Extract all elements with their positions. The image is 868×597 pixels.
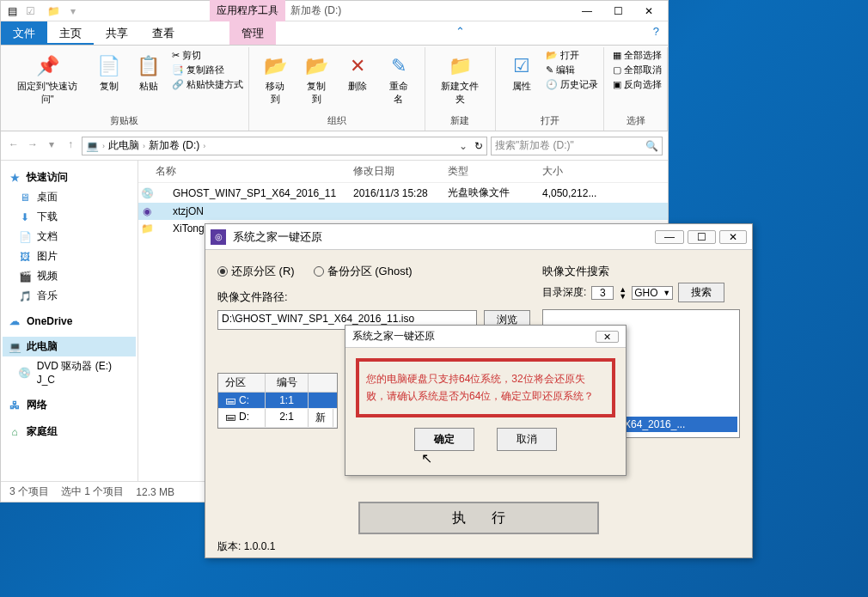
sidebar-dvd[interactable]: 💿DVD 驱动器 (E:) J_C: [3, 356, 136, 388]
paste-button[interactable]: 📋粘贴: [129, 49, 168, 96]
sidebar-this-pc[interactable]: 💻此电脑: [3, 337, 136, 356]
quick-access-toolbar: ▤ ☑ 📁 ▾ 应用程序工具 新加卷 (D:) — ☐ ✕: [1, 1, 668, 21]
breadcrumb-drive[interactable]: 新加卷 (D:): [149, 138, 199, 153]
partition-header-drive: 分区: [218, 374, 266, 392]
sidebar-pictures[interactable]: 🖼图片: [3, 247, 136, 266]
sidebar-videos[interactable]: 🎬视频: [3, 266, 136, 286]
tab-file[interactable]: 文件: [1, 21, 47, 45]
search-box[interactable]: 搜索"新加卷 (D:)" 🔍: [491, 137, 663, 155]
minimize-button[interactable]: —: [572, 3, 602, 19]
status-size: 12.3 MB: [136, 486, 174, 498]
column-header-type[interactable]: 类型: [448, 164, 542, 179]
file-row[interactable]: ◉ xtzjON: [138, 203, 668, 220]
paste-shortcut-button[interactable]: 🔗 粘贴快捷方式: [172, 78, 243, 91]
restore-app-icon: ◎: [211, 229, 226, 245]
move-to-button[interactable]: 📂移动到: [254, 49, 296, 109]
sidebar-documents[interactable]: 📄文档: [3, 227, 136, 247]
sidebar-downloads[interactable]: ⬇下载: [3, 207, 136, 227]
copy-button[interactable]: 📄复制: [89, 49, 128, 96]
confirm-dialog: 系统之家一键还原 ✕ 您的电脑硬盘只支持64位系统，32位将会还原失败，请确认系…: [345, 325, 627, 476]
qat-more-icon[interactable]: ▾: [67, 3, 79, 19]
context-tab-header: 应用程序工具: [210, 0, 285, 21]
radio-restore-partition[interactable]: 还原分区 (R): [217, 264, 295, 279]
select-none-button[interactable]: ▢ 全部取消: [613, 64, 662, 76]
properties-qat-icon[interactable]: ▤: [4, 3, 21, 19]
invert-selection-button[interactable]: ▣ 反向选择: [613, 78, 662, 91]
folder-qat-icon[interactable]: 📁: [44, 3, 64, 19]
address-dropdown-icon[interactable]: ⌄: [455, 140, 471, 152]
restore-title: 系统之家一键还原: [233, 229, 322, 245]
nav-bar: ← → ▾ ↑ 💻 › 此电脑 › 新加卷 (D:) › ⌄ ↻ 搜索"新加卷 …: [1, 131, 668, 161]
maximize-button[interactable]: ☐: [602, 3, 633, 19]
dialog-cancel-button[interactable]: 取消: [497, 428, 557, 451]
delete-button[interactable]: ✕删除: [337, 49, 377, 96]
pin-to-quick-access-button[interactable]: 📌固定到"快速访问": [6, 49, 89, 109]
drive-icon: 🖴: [225, 394, 235, 406]
restore-minimize-button[interactable]: —: [655, 230, 684, 244]
restore-close-button[interactable]: ✕: [719, 230, 747, 244]
ribbon-group-open: 打开: [541, 113, 559, 129]
dialog-ok-button[interactable]: 确定: [414, 428, 474, 451]
partition-table: 分区 编号 🖴C: 1:1 🖴D: 2:1 新: [217, 373, 338, 429]
dialog-message: 您的电脑硬盘只支持64位系统，32位将会还原失败，请确认系统是否为64位，确定立…: [356, 358, 615, 417]
sidebar-quick-access[interactable]: ★快速访问: [3, 168, 136, 187]
window-title: 新加卷 (D:): [290, 3, 341, 18]
partition-row[interactable]: 🖴C: 1:1: [218, 393, 337, 409]
execute-button[interactable]: 执行: [358, 502, 599, 534]
sidebar-desktop[interactable]: 🖥桌面: [3, 187, 136, 207]
ribbon-group-organize: 组织: [327, 113, 346, 129]
depth-spinner[interactable]: 3: [591, 286, 614, 300]
refresh-icon[interactable]: ↻: [474, 140, 483, 152]
copy-to-button[interactable]: 📂复制到: [296, 49, 337, 109]
back-button[interactable]: ←: [6, 138, 21, 154]
ribbon-group-new: 新建: [450, 113, 469, 129]
file-row[interactable]: 💿 GHOST_WIN7_SP1_X64_2016_11 2016/11/3 1…: [138, 183, 668, 203]
app-icon: ◉: [138, 205, 156, 217]
restore-title-bar: ◎ 系统之家一键还原 — ☐ ✕: [205, 224, 752, 250]
column-header-date[interactable]: 修改日期: [353, 164, 448, 179]
partition-row[interactable]: 🖴D: 2:1 新: [218, 409, 337, 428]
sidebar-network[interactable]: 🖧网络: [3, 395, 136, 415]
drive-icon: 🖴: [225, 411, 235, 425]
breadcrumb-this-pc[interactable]: 此电脑: [108, 138, 139, 153]
close-button[interactable]: ✕: [633, 3, 664, 19]
new-folder-button[interactable]: 📁新建文件夹: [431, 49, 490, 109]
image-path-label: 映像文件路径:: [217, 289, 530, 305]
cut-button[interactable]: ✂ 剪切: [172, 49, 243, 62]
depth-spinner-buttons[interactable]: ▲▼: [619, 286, 627, 300]
rename-button[interactable]: ✎重命名: [378, 49, 419, 109]
dialog-title: 系统之家一键还原: [352, 329, 435, 344]
ribbon-body: 📌固定到"快速访问" 📄复制 📋粘贴 ✂ 剪切 📑 复制路径 🔗 粘贴快捷方式 …: [1, 46, 668, 131]
recent-dropdown-icon[interactable]: ▾: [44, 138, 59, 154]
forward-button[interactable]: →: [25, 138, 40, 154]
pc-icon: 💻: [86, 140, 99, 152]
image-search-label: 映像文件搜索: [542, 264, 740, 279]
sidebar-onedrive[interactable]: ☁OneDrive: [3, 313, 136, 330]
open-button[interactable]: 📂 打开: [546, 49, 598, 62]
select-all-button[interactable]: ▦ 全部选择: [613, 49, 662, 62]
tab-view[interactable]: 查看: [140, 21, 186, 45]
ext-select[interactable]: GHO▼: [632, 286, 673, 300]
ribbon-expand-icon[interactable]: ⌃: [447, 21, 474, 45]
history-button[interactable]: 🕘 历史记录: [546, 78, 598, 91]
search-button[interactable]: 搜索: [678, 283, 724, 302]
up-button[interactable]: ↑: [63, 138, 78, 154]
tab-share[interactable]: 共享: [94, 21, 140, 45]
sidebar-homegroup[interactable]: ⌂家庭组: [3, 422, 136, 442]
depth-label: 目录深度:: [542, 285, 586, 300]
help-icon[interactable]: ?: [645, 21, 668, 45]
address-bar[interactable]: 💻 › 此电脑 › 新加卷 (D:) › ⌄ ↻: [82, 137, 487, 155]
column-header-size[interactable]: 大小: [542, 164, 611, 179]
properties-button[interactable]: ☑属性: [501, 49, 542, 96]
radio-backup-partition[interactable]: 备份分区 (Ghost): [314, 264, 413, 279]
copy-path-button[interactable]: 📑 复制路径: [172, 64, 243, 76]
folder-icon: 📁: [138, 222, 156, 235]
edit-button[interactable]: ✎ 编辑: [546, 64, 598, 76]
tab-home[interactable]: 主页: [47, 21, 94, 45]
ribbon-group-select: 选择: [627, 113, 645, 129]
tab-manage[interactable]: 管理: [229, 21, 276, 45]
column-header-name[interactable]: 名称: [138, 164, 353, 179]
dialog-close-button[interactable]: ✕: [596, 331, 619, 343]
sidebar-music[interactable]: 🎵音乐: [3, 286, 136, 306]
restore-maximize-button[interactable]: ☐: [688, 230, 716, 244]
